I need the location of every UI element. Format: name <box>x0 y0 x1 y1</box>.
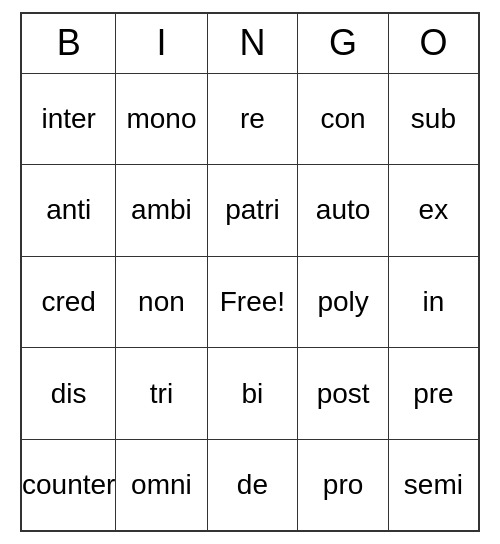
table-cell: pre <box>388 348 479 440</box>
table-cell: auto <box>298 165 388 257</box>
table-cell: Free! <box>207 256 298 348</box>
table-cell: pro <box>298 439 388 531</box>
table-cell: tri <box>116 348 207 440</box>
table-cell: patri <box>207 165 298 257</box>
table-cell: bi <box>207 348 298 440</box>
col-g: G <box>298 13 388 73</box>
table-cell: de <box>207 439 298 531</box>
table-cell: dis <box>21 348 116 440</box>
table-cell: omni <box>116 439 207 531</box>
col-n: N <box>207 13 298 73</box>
table-cell: semi <box>388 439 479 531</box>
table-cell: ex <box>388 165 479 257</box>
bingo-card: B I N G O intermonoreconsubantiambipatri… <box>20 12 480 532</box>
table-cell: re <box>207 73 298 165</box>
table-cell: cred <box>21 256 116 348</box>
table-cell: counter <box>21 439 116 531</box>
table-row: crednonFree!polyin <box>21 256 479 348</box>
table-row: antiambipatriautoex <box>21 165 479 257</box>
table-cell: poly <box>298 256 388 348</box>
bingo-body: intermonoreconsubantiambipatriautoexcred… <box>21 73 479 531</box>
table-cell: anti <box>21 165 116 257</box>
table-cell: in <box>388 256 479 348</box>
table-cell: post <box>298 348 388 440</box>
table-cell: mono <box>116 73 207 165</box>
table-cell: non <box>116 256 207 348</box>
col-o: O <box>388 13 479 73</box>
table-cell: inter <box>21 73 116 165</box>
table-cell: sub <box>388 73 479 165</box>
table-cell: con <box>298 73 388 165</box>
col-i: I <box>116 13 207 73</box>
header-row: B I N G O <box>21 13 479 73</box>
table-row: counteromnideprosemi <box>21 439 479 531</box>
table-row: intermonoreconsub <box>21 73 479 165</box>
table-cell: ambi <box>116 165 207 257</box>
table-row: distribipostpre <box>21 348 479 440</box>
col-b: B <box>21 13 116 73</box>
